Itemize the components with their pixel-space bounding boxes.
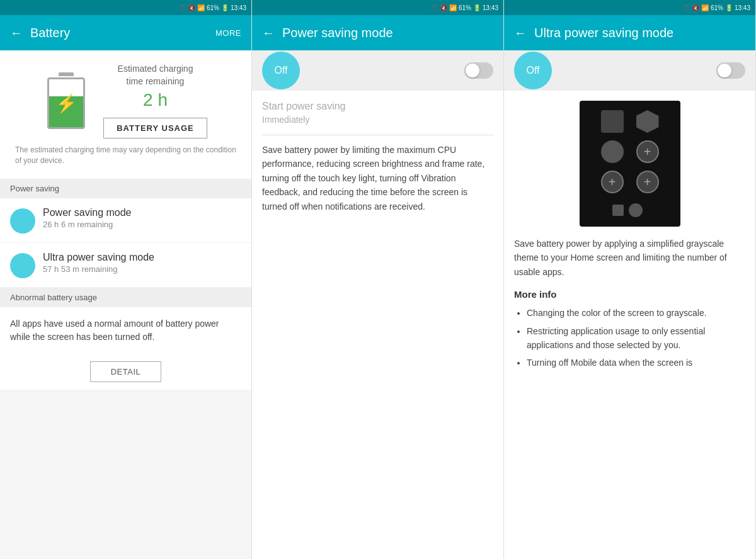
ultra-power-saving-item[interactable]: Ultra power saving mode 57 h 53 m remain…	[0, 243, 251, 288]
wifi-icon-3: 📶	[701, 4, 709, 11]
battery-icon-2: 🔋	[473, 4, 481, 11]
ultra-bottom-circle	[629, 203, 643, 217]
more-info-list: Changing the color of the screen to gray…	[514, 306, 745, 370]
power-saving-toggle[interactable]	[464, 62, 493, 79]
status-bar-2: 🎵 🔇 📶 61% 🔋 13:43	[252, 0, 503, 15]
status-icons-2: 🎵 🔇 📶 61% 🔋 13:43	[430, 4, 498, 11]
battery-body: ⚡	[47, 77, 85, 129]
ultra-saving-subtitle: 57 h 53 m remaining	[43, 264, 154, 274]
abnormal-text: All apps have used a normal amount of ba…	[0, 307, 251, 354]
ultra-screenshot-preview: + + +	[580, 101, 680, 227]
charging-time-value: 2 h	[143, 90, 168, 110]
ultra-app-icon-5: +	[601, 171, 624, 193]
ultra-saving-toggle-bar: Off	[504, 50, 755, 91]
start-power-label: Start power saving	[262, 101, 493, 112]
battery-percent-2: 61%	[459, 4, 471, 11]
battery-tip	[59, 72, 74, 76]
ultra-bottom-bar	[612, 203, 648, 217]
status-icons-3: 🎵 🔇 📶 61% 🔋 13:43	[682, 4, 750, 11]
panel-power-saving: 🎵 🔇 📶 61% 🔋 13:43 ← Power saving mode Of…	[252, 0, 504, 559]
ultra-app-icon-4: +	[636, 140, 659, 163]
charging-info: Estimated chargingtime remaining 2 h BAT…	[103, 63, 207, 138]
toggle-knob	[466, 64, 479, 77]
battery-percent-3: 61%	[711, 4, 723, 11]
power-saving-title-header: Power saving mode	[282, 26, 493, 40]
section-power-saving: Power saving	[0, 179, 251, 198]
power-saving-toggle-bar: Off	[252, 50, 503, 91]
battery-title: Battery	[30, 26, 215, 40]
power-saving-circle	[10, 208, 35, 234]
battery-info-row: ⚡ Estimated chargingtime remaining 2 h B…	[10, 63, 241, 138]
bluetooth-icon: 🎵	[178, 4, 186, 11]
power-saving-body: Start power saving Immediately Save batt…	[252, 91, 503, 559]
ultra-saving-title: Ultra power saving mode	[43, 252, 154, 263]
power-saving-content: Power saving mode 26 h 6 m remaining	[43, 207, 132, 229]
power-saving-subtitle: 26 h 6 m remaining	[43, 220, 132, 229]
ultra-app-icon-3	[601, 140, 624, 163]
ultra-app-icon-2	[636, 110, 659, 133]
battery-icon-3: 🔋	[725, 4, 733, 11]
ultra-bottom-icon	[612, 205, 624, 216]
ultra-saving-header: ← Ultra power saving mode	[504, 15, 755, 50]
battery-note: The estimated charging time may vary dep…	[10, 145, 241, 166]
detail-btn-row: DETAIL	[0, 354, 251, 390]
bullet-item-2: Restricting application usage to only es…	[527, 324, 745, 353]
power-saving-off-pill[interactable]: Off	[262, 52, 300, 89]
more-button[interactable]: MORE	[215, 28, 241, 38]
bullet-item-3: Turning off Mobile data when the screen …	[527, 356, 745, 370]
power-saving-off-label: Off	[274, 65, 287, 76]
mute-icon-2: 🔇	[440, 4, 447, 11]
ultra-app-icon-6: +	[636, 171, 659, 193]
back-button-2[interactable]: ←	[262, 26, 275, 40]
divider-1	[262, 135, 493, 135]
ultra-icons-row-1	[601, 110, 659, 133]
battery-icon-status: 🔋	[221, 4, 229, 11]
ultra-saving-title-header: Ultra power saving mode	[534, 26, 745, 40]
bluetooth-icon-3: 🎵	[682, 4, 690, 11]
panel-ultra-saving: 🎵 🔇 📶 61% 🔋 13:43 ← Ultra power saving m…	[504, 0, 756, 559]
power-saving-mode-item[interactable]: Power saving mode 26 h 6 m remaining	[0, 198, 251, 243]
ultra-saving-off-label: Off	[526, 65, 539, 76]
ultra-saving-content: Ultra power saving mode 57 h 53 m remain…	[43, 252, 154, 274]
ultra-description: Save battery power by applying a simplif…	[514, 237, 745, 279]
battery-icon-graphic: ⚡	[44, 72, 88, 129]
ultra-icons-row-2: +	[601, 140, 659, 163]
status-icons-1: 🎵 🔇 📶 61% 🔋 13:43	[178, 4, 246, 11]
ultra-saving-body: + + + Save battery power by applying a s…	[504, 91, 755, 559]
status-bar-1: 🎵 🔇 📶 61% 🔋 13:43	[0, 0, 251, 15]
ultra-icons-row-3: + +	[601, 171, 659, 193]
section-abnormal: Abnormal battery usage	[0, 288, 251, 307]
mute-icon: 🔇	[188, 4, 195, 11]
power-saving-title: Power saving mode	[43, 207, 132, 218]
battery-display: ⚡ Estimated chargingtime remaining 2 h B…	[0, 50, 251, 179]
ultra-saving-toggle[interactable]	[716, 62, 745, 79]
ultra-saving-off-pill[interactable]: Off	[514, 52, 552, 89]
time-label: 13:43	[231, 4, 246, 11]
status-bar-3: 🎵 🔇 📶 61% 🔋 13:43	[504, 0, 755, 15]
charging-label: Estimated chargingtime remaining	[118, 63, 193, 88]
power-saving-description: Save battery power by limiting the maxim…	[262, 143, 493, 213]
ultra-saving-circle	[10, 253, 35, 278]
mute-icon-3: 🔇	[692, 4, 699, 11]
bullet-item-1: Changing the color of the screen to gray…	[527, 306, 745, 320]
battery-header: ← Battery MORE	[0, 15, 251, 50]
panel-battery: 🎵 🔇 📶 61% 🔋 13:43 ← Battery MORE ⚡	[0, 0, 252, 559]
time-label-3: 13:43	[735, 4, 750, 11]
bluetooth-icon-2: 🎵	[430, 4, 438, 11]
back-button-1[interactable]: ←	[10, 26, 23, 40]
start-power-value: Immediately	[262, 115, 493, 125]
more-info-title: More info	[514, 289, 745, 300]
time-label-2: 13:43	[483, 4, 498, 11]
detail-button[interactable]: DETAIL	[90, 361, 162, 382]
power-saving-header: ← Power saving mode	[252, 15, 503, 50]
battery-usage-button[interactable]: BATTERY USAGE	[103, 118, 207, 138]
wifi-icon-2: 📶	[449, 4, 457, 11]
ultra-toggle-knob	[718, 64, 731, 77]
battery-bolt-icon: ⚡	[55, 93, 77, 114]
wifi-icon: 📶	[197, 4, 205, 11]
ultra-app-icon-1	[601, 110, 624, 133]
battery-percent: 61%	[207, 4, 219, 11]
back-button-3[interactable]: ←	[514, 26, 527, 40]
